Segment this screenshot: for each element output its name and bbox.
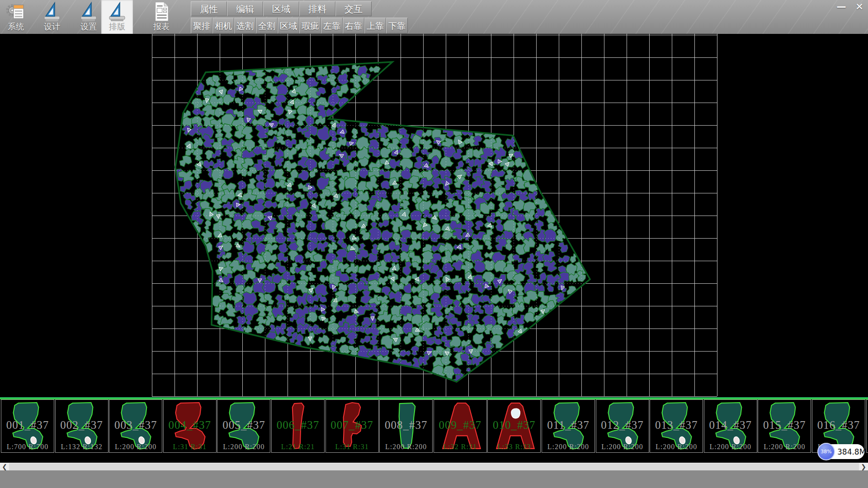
piece-lr-count: L:32 R:31 [434,443,486,451]
tool-row: 聚排 相机 选割 全割 区域 瑕疵 左靠 右靠 上靠 下靠 [191,18,408,33]
nav-tab-report[interactable]: 报表 [146,0,177,34]
design-ruler-icon [42,1,62,22]
nesting-canvas[interactable] [0,34,868,397]
tool-align-top[interactable]: 上靠 [364,18,386,33]
nesting-svg [0,34,868,397]
thumbnail-cell[interactable]: 013_#37 L:200 R:200 [650,399,703,453]
nav-tab-design[interactable]: 设计 [36,0,68,34]
tool-cut-all[interactable]: 全割 [256,18,278,33]
thumbnail-cell[interactable]: 012_#37 L:200 R:200 [596,399,649,453]
close-button[interactable]: ✕ [854,1,865,13]
nav-tab-label: 设计 [36,22,68,31]
nav-tab-label: 设置 [73,22,104,31]
piece-lr-count: L:33 R:33 [488,443,540,451]
report-page-icon [151,1,172,22]
piece-name: 009_#37 [434,419,486,432]
usage-percent-badge: 38% [817,443,835,460]
thumbnail-cell[interactable]: 006_#37 L:21 R:21 [271,399,325,453]
nav-tab-label: 系统 [0,22,32,31]
piece-name: 006_#37 [272,419,324,432]
scroll-right-arrow[interactable]: ❯ [859,463,868,471]
thumbnail-cell[interactable]: 015_#37 L:200 R:200 [758,399,811,453]
tool-select-cut[interactable]: 选割 [234,18,256,33]
nav-tab-system[interactable]: 系统 [0,0,32,34]
nav-tab-label: 排版 [101,22,133,31]
piece-name: 001_#37 [1,419,54,432]
piece-name: 014_#37 [704,419,757,432]
piece-lr-count: L:200 R:200 [217,443,270,451]
tool-align-left[interactable]: 左靠 [321,18,343,33]
piece-name: 004_#37 [164,419,216,432]
tool-align-bottom[interactable]: 下靠 [386,18,408,33]
thumbnail-cell[interactable]: 010_#37 L:33 R:33 [487,399,541,453]
thumbnail-cell[interactable]: 001_#37 L:700 R:700 [1,399,54,453]
piece-lr-count: L:700 R:700 [1,443,54,451]
settings-ruler-icon [78,1,99,22]
menu-interaction[interactable]: 交互 [335,1,372,16]
thumbnail-cell[interactable]: 009_#37 L:32 R:31 [434,399,487,453]
thumbnail-cell[interactable]: 003_#37 L:200 R:200 [109,399,162,453]
piece-name: 005_#37 [217,419,270,432]
window-controls: — ✕ [835,1,865,13]
piece-lr-count: L:31 R:31 [164,443,216,451]
menu-region[interactable]: 区域 [263,1,299,16]
nav-tab-label: 报表 [146,22,177,31]
tool-cluster-nest[interactable]: 聚排 [191,18,212,33]
piece-lr-count: L:200 R:200 [380,443,432,451]
menu-nesting[interactable]: 排料 [299,1,335,16]
piece-name: 016_#37 [812,419,865,432]
menu-properties[interactable]: 属性 [191,1,227,16]
piece-name: 008_#37 [380,419,432,432]
piece-name: 010_#37 [488,419,540,432]
tool-defect[interactable]: 瑕疵 [299,18,321,33]
piece-name: 007_#37 [326,419,378,432]
thumbnail-cell[interactable]: 008_#37 L:200 R:200 [379,399,433,453]
piece-lr-count: L:200 R:200 [596,443,649,451]
piece-lr-count: L:200 R:200 [758,443,811,451]
nav-tab-settings[interactable]: 设置 [73,0,104,34]
memory-value: 384.8M [837,447,866,456]
menu-edit[interactable]: 编辑 [227,1,263,16]
titlebar: 系统 设计 设置 [0,0,868,34]
piece-lr-count: L:200 R:200 [650,443,703,451]
piece-lr-count: L:200 R:200 [542,443,594,451]
thumbnail-cells: 001_#37 L:700 R:700 002_#37 L:132 R:132 … [1,399,868,453]
piece-name: 013_#37 [650,419,703,432]
menu-row: 属性 编辑 区域 排料 交互 [191,1,372,16]
piece-name: 011_#37 [542,419,594,432]
system-gear-icon [5,1,26,22]
horizontal-scrollbar[interactable]: ❮ ❯ [0,463,868,470]
nesting-ruler-icon [107,1,127,22]
pattern-thumbnail-strip: 001_#37 L:700 R:700 002_#37 L:132 R:132 … [0,397,868,453]
status-bar [0,470,868,488]
piece-lr-count: L:200 R:200 [109,443,162,451]
memory-status-badge[interactable]: 384.8M 38% [817,443,867,461]
piece-name: 017_#37 [867,419,868,432]
thumbnail-cell[interactable]: 004_#37 L:31 R:31 [163,399,217,453]
scroll-left-arrow[interactable]: ❮ [0,463,9,471]
tool-camera[interactable]: 相机 [212,18,234,33]
tool-align-right[interactable]: 右靠 [343,18,364,33]
piece-name: 012_#37 [596,419,649,432]
piece-name: 015_#37 [758,419,811,432]
piece-name: 003_#37 [109,419,162,432]
piece-name: 002_#37 [56,419,108,432]
minimize-button[interactable]: — [835,1,847,13]
piece-lr-count: L:21 R:21 [272,443,324,451]
piece-lr-count: L:200 R:200 [704,443,757,451]
thumbnail-cell[interactable]: 002_#37 L:132 R:132 [55,399,108,453]
tool-region[interactable]: 区域 [278,18,299,33]
piece-lr-count: L:31 R:31 [326,443,378,451]
thumbnail-cell[interactable]: 011_#37 L:200 R:200 [542,399,595,453]
nav-tab-nesting[interactable]: 排版 [101,0,133,34]
piece-lr-count: L:132 R:132 [56,443,108,451]
thumbnail-cell[interactable]: 007_#37 L:31 R:31 [326,399,379,453]
thumbnail-cell[interactable]: 014_#37 L:200 R:200 [704,399,757,453]
thumbnail-cell[interactable]: 005_#37 L:200 R:200 [217,399,270,453]
